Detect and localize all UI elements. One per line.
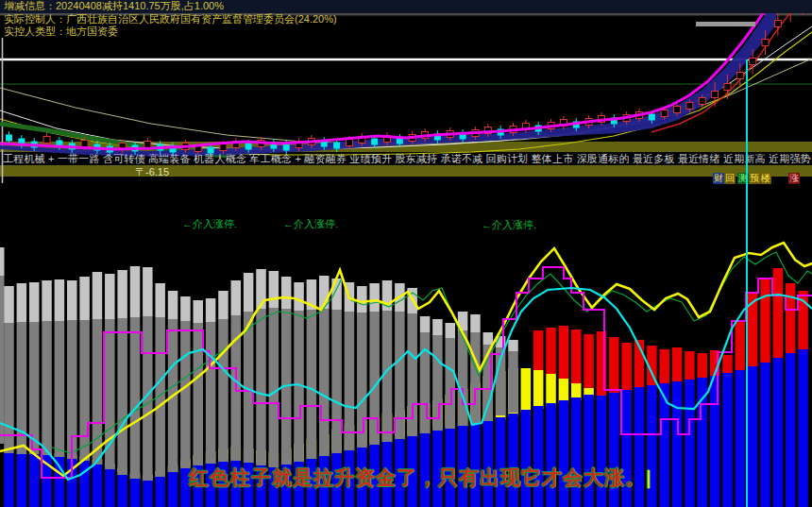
entry-annotation: ←介入涨停. <box>182 217 237 231</box>
user-caption-text[interactable]: 红色柱子就是拉升资金了，只有出现它才会大涨。| <box>189 465 651 491</box>
controller-row: 实际控制人：广西壮族自治区人民政府国有资产监督管理委员会(24.20%) <box>0 13 337 25</box>
ex-rights-marker: 〒-6.15 <box>135 165 169 179</box>
trading-app-window: 增减信息：20240408减持1410.75万股,占1.00% 实际控制人：广西… <box>0 0 812 507</box>
text-cursor: | <box>646 466 651 488</box>
plugin-badge-回[interactable]: 回 <box>724 173 736 184</box>
controller-type-row: 实控人类型：地方国资委 <box>0 25 118 38</box>
entry-annotation: ←介入涨停. <box>283 217 338 231</box>
concept-tags-strip[interactable]: 工程机械 + 一带一路 含可转债 高端装备 机器人概念 军工概念 + 融资融券 … <box>3 152 812 164</box>
plugin-badge-楼[interactable]: 楼 <box>760 173 771 184</box>
holdings-change-value: 20240408减持1410.75万股,占1.00% <box>56 0 224 11</box>
indicator-chart[interactable] <box>0 199 812 507</box>
controller-label: 实际控制人： <box>4 13 66 25</box>
holdings-change-row: 增减信息：20240408减持1410.75万股,占1.00% <box>0 0 812 13</box>
controller-value: 广西壮族自治区人民政府国有资产监督管理委员会(24.20%) <box>66 13 337 25</box>
controller-type-value: 地方国资委 <box>66 25 118 37</box>
caption-text: 红色柱子就是拉升资金了，只有出现它才会大涨。 <box>189 466 646 488</box>
entry-annotation: ←介入涨停. <box>482 218 536 232</box>
plugin-badge-涨[interactable]: 涨 <box>788 173 800 184</box>
crosshair-vline <box>746 59 748 507</box>
plugin-badge-财[interactable]: 财 <box>713 173 724 184</box>
controller-type-label: 实控人类型： <box>4 25 66 37</box>
plugin-badge-预[interactable]: 预 <box>749 173 760 184</box>
holdings-change-label: 增减信息： <box>4 0 56 11</box>
